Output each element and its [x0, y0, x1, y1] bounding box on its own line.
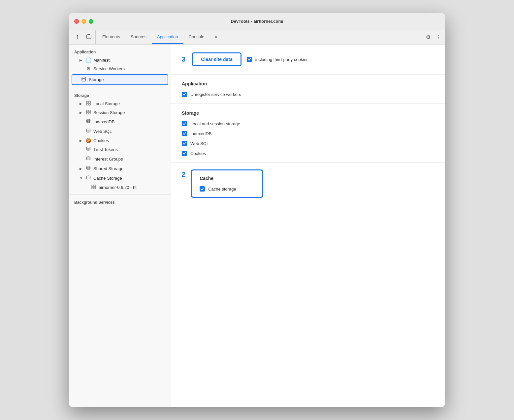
clear-site-data-button[interactable]: Clear site data — [192, 52, 241, 66]
sidebar-item-cookies[interactable]: ▶ 🍪 Cookies — [69, 136, 171, 145]
cache-storage-checkbox[interactable] — [200, 186, 205, 192]
storage-section-title: Storage — [182, 110, 434, 116]
tab-elements[interactable]: Elements — [97, 30, 125, 44]
tab-sources[interactable]: Sources — [125, 30, 152, 44]
cache-section-highlight: Cache Cache storage — [191, 169, 263, 198]
title-bar: DevTools - airhorner.com/ — [69, 13, 445, 30]
svg-rect-20 — [94, 187, 96, 189]
sidebar-item-interest-groups[interactable]: Interest Groups — [69, 154, 171, 164]
tab-bar-right: ⚙ ⋮ — [425, 30, 442, 44]
cursor-icon[interactable]: ⮤ — [74, 33, 82, 42]
local-session-checkbox[interactable] — [182, 121, 187, 126]
chevron-right-icon: ▶ — [80, 167, 83, 170]
sidebar-item-storage-highlighted[interactable]: Storage — [72, 74, 168, 85]
tab-console[interactable]: Console — [183, 30, 210, 44]
tab-bar-icons: ⮤ — [72, 30, 96, 44]
application-section-title: Application — [182, 81, 434, 86]
svg-point-16 — [87, 176, 90, 177]
chevron-right-icon: ▶ — [80, 58, 83, 62]
cookie-icon: 🍪 — [85, 138, 91, 143]
unregister-service-workers-row: Unregister service workers — [182, 92, 434, 97]
maximize-button[interactable] — [89, 19, 93, 24]
local-session-label: Local and session storage — [190, 121, 240, 126]
cache-section-with-badge: 2 Cache Cache storage — [182, 169, 434, 198]
sidebar: Application ▶ 📄 Manifest ⚙ Service Worke… — [69, 45, 171, 407]
sidebar-item-cache-sub[interactable]: airhorner-0.6.20 - ht — [69, 183, 171, 192]
cache-section-outer: 2 Cache Cache storage — [171, 163, 445, 204]
svg-rect-8 — [89, 110, 90, 112]
badge-3: 3 — [182, 56, 185, 63]
svg-rect-7 — [86, 110, 88, 112]
tab-more[interactable]: » — [209, 30, 222, 44]
sidebar-item-shared-storage[interactable]: ▶ Shared Storage — [69, 164, 171, 173]
sidebar-item-service-workers[interactable]: ⚙ Service Workers — [69, 64, 171, 73]
cache-section-title: Cache — [200, 176, 254, 181]
database-icon — [85, 146, 91, 153]
svg-rect-17 — [92, 185, 93, 187]
main-content: Application ▶ 📄 Manifest ⚙ Service Worke… — [69, 45, 445, 407]
database-icon — [85, 165, 91, 172]
traffic-lights — [74, 19, 93, 24]
frame-icon[interactable] — [85, 33, 93, 42]
settings-icon[interactable]: ⚙ — [425, 33, 432, 42]
sidebar-item-local-storage[interactable]: ▶ Local Storage — [69, 99, 171, 108]
svg-rect-3 — [86, 101, 88, 103]
web-sql-checkbox[interactable] — [182, 141, 187, 146]
cookies-checkbox[interactable] — [182, 151, 187, 156]
svg-point-13 — [87, 147, 90, 148]
unregister-checkbox[interactable] — [182, 92, 187, 97]
database-icon — [85, 119, 91, 125]
more-icon[interactable]: ⋮ — [434, 33, 442, 42]
sidebar-item-storage[interactable]: Storage — [72, 75, 168, 84]
storage-options: Local and session storage IndexedDB Web … — [182, 121, 434, 156]
database-icon — [81, 76, 87, 83]
grid-icon — [85, 101, 91, 106]
svg-rect-4 — [89, 101, 90, 103]
sidebar-item-cache-storage[interactable]: ▼ Cache Storage — [69, 173, 171, 183]
svg-rect-5 — [86, 104, 88, 105]
svg-rect-0 — [86, 35, 91, 38]
manifest-icon: 📄 — [85, 57, 91, 63]
web-sql-label: Web SQL — [190, 141, 209, 146]
svg-point-11 — [87, 119, 90, 121]
sidebar-item-trust-tokens[interactable]: Trust Tokens — [69, 145, 171, 154]
unregister-label: Unregister service workers — [190, 92, 241, 97]
svg-rect-18 — [94, 185, 96, 187]
tab-application[interactable]: Application — [152, 30, 183, 44]
indexeddb-checkbox[interactable] — [182, 131, 187, 136]
content-panel: 3 Clear site data including third-party … — [171, 45, 445, 407]
sidebar-item-web-sql[interactable]: Web SQL — [69, 127, 171, 136]
sidebar-item-indexeddb[interactable]: IndexedDB — [69, 117, 171, 127]
cache-storage-label: Cache storage — [208, 187, 236, 192]
svg-point-15 — [87, 166, 90, 167]
svg-point-12 — [87, 129, 90, 130]
svg-rect-9 — [86, 112, 88, 114]
tab-bar: ⮤ Elements Sources Application Console »… — [69, 30, 445, 45]
minimize-button[interactable] — [81, 19, 86, 24]
devtools-window: DevTools - airhorner.com/ ⮤ Elements Sou… — [69, 13, 445, 407]
sidebar-section-background: Background Services — [69, 197, 171, 206]
application-options: Unregister service workers — [182, 92, 434, 97]
svg-point-2 — [82, 77, 86, 79]
svg-rect-19 — [92, 187, 93, 189]
sidebar-item-session-storage[interactable]: ▶ Session Storage — [69, 108, 171, 117]
grid-icon — [85, 110, 91, 115]
cookies-label: Cookies — [190, 151, 206, 156]
chevron-right-icon: ▶ — [80, 139, 83, 142]
chevron-right-icon: ▶ — [80, 111, 83, 114]
svg-rect-6 — [89, 104, 90, 105]
window-title: DevTools - airhorner.com/ — [231, 19, 283, 24]
third-party-checkbox[interactable] — [247, 57, 252, 62]
indexeddb-row: IndexedDB — [182, 131, 434, 136]
clear-site-data-section: 3 Clear site data including third-party … — [171, 45, 445, 75]
gear-icon: ⚙ — [85, 66, 91, 71]
sidebar-item-manifest[interactable]: ▶ 📄 Manifest — [69, 56, 171, 64]
application-section: Application Unregister service workers — [171, 75, 445, 104]
close-button[interactable] — [74, 19, 79, 24]
chevron-down-icon: ▼ — [80, 176, 83, 180]
database-icon — [85, 156, 91, 162]
sidebar-section-application: Application — [69, 47, 171, 56]
third-party-label: including third-party cookies — [255, 57, 308, 62]
sidebar-divider-2 — [69, 195, 171, 195]
svg-rect-10 — [89, 112, 90, 114]
